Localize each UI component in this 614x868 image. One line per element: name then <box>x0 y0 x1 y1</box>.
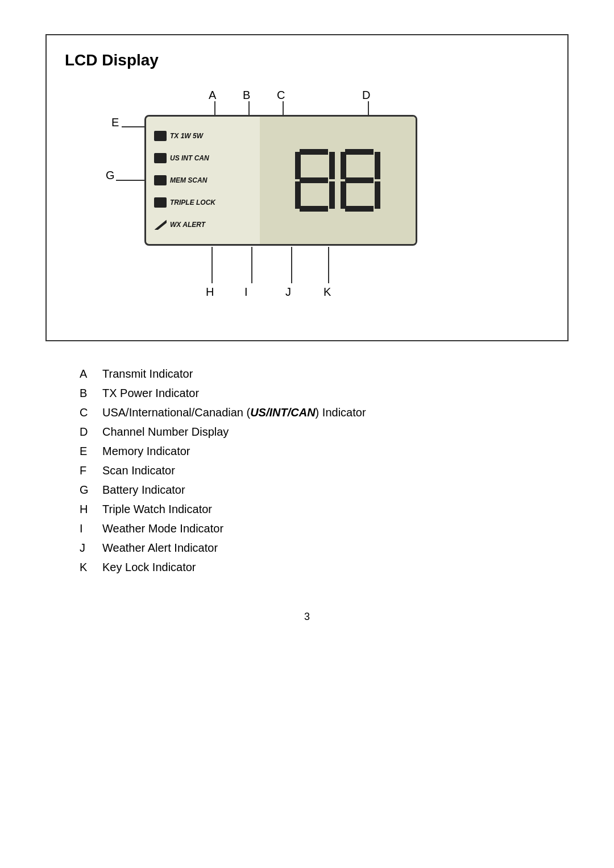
lcd-icons-area: TX 1W 5W US INT CAN MEM SCAN <box>146 117 260 244</box>
connector-h <box>211 247 213 283</box>
desc-text-k: Key Lock Indicator <box>102 557 196 577</box>
label-k: K <box>323 286 331 299</box>
lcd-digit-2 <box>341 149 380 212</box>
desc-letter-a: A <box>80 364 93 383</box>
seg-e-1 <box>295 181 301 209</box>
seg-f-2 <box>341 152 346 179</box>
desc-letter-d: D <box>80 422 93 441</box>
desc-text-i: Weather Mode Indicator <box>102 519 223 538</box>
desc-letter-g: G <box>80 480 93 499</box>
desc-item-k: K Key Lock Indicator <box>80 557 569 577</box>
desc-item-c: C USA/International/Canadian (US/INT/CAN… <box>80 403 569 422</box>
label-e: E <box>111 116 119 129</box>
desc-letter-h: H <box>80 499 93 519</box>
seg-g-1 <box>300 177 328 183</box>
us-label: US INT CAN <box>170 154 209 162</box>
desc-text-a: Transmit Indicator <box>102 364 193 383</box>
desc-letter-e: E <box>80 441 93 461</box>
label-b: B <box>243 89 250 102</box>
seg-c-1 <box>329 181 335 209</box>
page: LCD Display A B C D E F G <box>45 34 569 623</box>
mem-icon <box>154 175 167 185</box>
seg-a-2 <box>345 149 374 155</box>
desc-item-a: A Transmit Indicator <box>80 364 569 383</box>
label-h: H <box>206 286 214 299</box>
desc-letter-c: C <box>80 403 93 422</box>
lcd-row-tx: TX 1W 5W <box>154 131 254 141</box>
desc-item-h: H Triple Watch Indicator <box>80 499 569 519</box>
desc-item-i: I Weather Mode Indicator <box>80 519 569 538</box>
connector-i <box>251 247 252 283</box>
page-number: 3 <box>45 611 569 623</box>
triple-icon <box>154 197 167 208</box>
seg-a-1 <box>300 149 328 155</box>
desc-text-h: Triple Watch Indicator <box>102 499 212 519</box>
tx-label: TX 1W 5W <box>170 132 203 140</box>
desc-text-d: Channel Number Display <box>102 422 229 441</box>
seg-d-1 <box>300 206 328 212</box>
label-i: I <box>244 286 248 299</box>
desc-item-j: J Weather Alert Indicator <box>80 538 569 557</box>
desc-item-f: F Scan Indicator <box>80 461 569 480</box>
desc-text-e: Memory Indicator <box>102 441 190 461</box>
connector-g <box>116 180 146 181</box>
connector-j <box>291 247 292 283</box>
lcd-display-section: LCD Display A B C D E F G <box>45 34 569 341</box>
tx-icon <box>154 131 167 141</box>
desc-text-g: Battery Indicator <box>102 480 185 499</box>
lcd-row-us: US INT CAN <box>154 153 254 163</box>
desc-item-b: B TX Power Indicator <box>80 383 569 403</box>
seg-g-2 <box>345 177 374 183</box>
desc-text-c: USA/International/Canadian (US/INT/CAN) … <box>102 403 366 422</box>
desc-letter-i: I <box>80 519 93 538</box>
desc-text-b: TX Power Indicator <box>102 383 199 403</box>
seg-e-2 <box>341 181 346 209</box>
desc-item-g: G Battery Indicator <box>80 480 569 499</box>
description-list: A Transmit Indicator B TX Power Indicato… <box>80 364 569 577</box>
lcd-digits-area <box>260 117 416 244</box>
desc-letter-k: K <box>80 557 93 577</box>
desc-text-j: Weather Alert Indicator <box>102 538 218 557</box>
desc-item-d: D Channel Number Display <box>80 422 569 441</box>
lcd-row-triple: TRIPLE LOCK <box>154 197 254 208</box>
triple-label: TRIPLE LOCK <box>170 199 215 206</box>
seg-d-2 <box>345 206 374 212</box>
lcd-row-mem: MEM SCAN <box>154 175 254 185</box>
connector-k <box>328 247 329 283</box>
connector-e <box>122 126 146 127</box>
mem-label: MEM SCAN <box>170 176 207 184</box>
wx-icon <box>154 220 167 230</box>
us-icon <box>154 153 167 163</box>
seg-c-2 <box>375 181 380 209</box>
label-d: D <box>362 89 370 102</box>
label-g: G <box>106 169 115 182</box>
seg-b-2 <box>375 152 380 179</box>
section-title: LCD Display <box>65 51 549 69</box>
desc-text-c-bold: US/INT/CAN <box>250 406 315 419</box>
label-a: A <box>209 89 216 102</box>
desc-letter-j: J <box>80 538 93 557</box>
label-c: C <box>277 89 285 102</box>
lcd-diagram: A B C D E F G <box>65 81 549 320</box>
lcd-panel: TX 1W 5W US INT CAN MEM SCAN <box>144 115 417 246</box>
desc-text-f: Scan Indicator <box>102 461 175 480</box>
lcd-row-wx: WX ALERT <box>154 220 254 230</box>
desc-letter-b: B <box>80 383 93 403</box>
desc-item-e: E Memory Indicator <box>80 441 569 461</box>
seg-f-1 <box>295 152 301 179</box>
seg-b-1 <box>329 152 335 179</box>
desc-letter-f: F <box>80 461 93 480</box>
wx-label: WX ALERT <box>170 221 205 229</box>
lcd-digit-1 <box>295 149 335 212</box>
label-j: J <box>285 286 291 299</box>
